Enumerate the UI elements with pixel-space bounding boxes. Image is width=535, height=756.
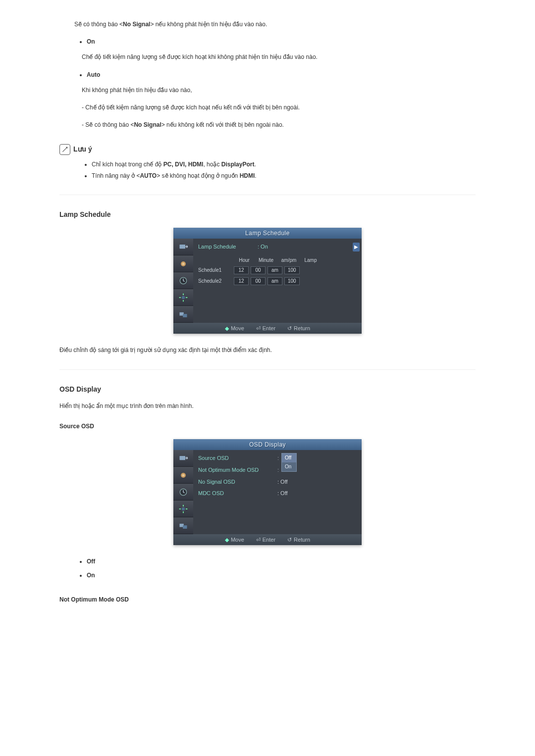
svg-rect-10 [183,314,187,317]
osd-display-panel: OSD Display Source OSD: Off On [173,439,362,545]
footer-enter: ⏎Enter [256,536,275,545]
label: No Signal OSD [198,478,277,487]
tab-multi-icon[interactable] [173,517,193,534]
svg-point-2 [182,262,185,265]
divider [59,369,476,370]
divider [59,195,476,195]
schedule2-label: Schedule2 [198,277,232,285]
label: MDC OSD [198,489,277,498]
lamp-headers: Hour Minute am/pm Lamp [234,256,357,264]
value: : Off [277,489,288,498]
text: , hoặc [203,161,221,168]
on-label: On [87,572,95,579]
row-not-optimum[interactable]: Not Optimum Mode OSD: [198,466,357,475]
label: Source OSD [198,454,277,463]
schedule2-hour[interactable]: 12 [234,277,249,285]
source-osd-on: On [87,571,476,580]
svg-point-4 [182,296,185,300]
schedule2-minute[interactable]: 00 [251,277,266,285]
source-osd-off: Off [87,557,476,566]
bullet-auto: Auto [87,70,476,80]
not-optimum-title: Not Optimum Mode OSD [59,595,476,605]
osd-footer: ◆Move ⏎Enter ↺Return [173,323,362,334]
tab-multi-icon[interactable] [173,306,193,323]
value: : Off [277,478,288,487]
row-no-signal[interactable]: No Signal OSD : Off [198,478,357,487]
hdr-lamp: Lamp [300,256,321,264]
schedule1-ampm[interactable]: am [268,266,282,274]
tab-picture-icon[interactable] [173,255,193,272]
text: . [255,172,256,179]
text: Sẽ có thông báo < [74,21,123,28]
svg-rect-11 [180,456,186,460]
text: Chỉ kích hoạt trong chế độ [92,161,163,168]
text: > nếu không phát hiện tín hiệu đầu vào n… [150,21,267,28]
svg-rect-21 [183,525,187,529]
footer-enter: ⏎Enter [256,324,275,333]
row-mdc-osd[interactable]: MDC OSD : Off [198,489,357,498]
auto-line1: Khi không phát hiện tín hiệu đầu vào nào… [82,86,476,95]
schedule1-lamp[interactable]: 100 [284,266,300,274]
lamp-schedule-osd: Lamp Schedule ▶ Lamp Schedule : On Hour … [173,228,362,334]
lamp-schedule-value: : On [258,243,268,252]
osd-display-desc: Hiển thị hoặc ẩn một mục trình đơn trên … [59,402,476,411]
footer-return: ↺Return [287,324,310,333]
tab-input-icon[interactable] [173,450,193,467]
svg-point-15 [182,507,185,511]
text: > sẽ không hoạt động ở nguồn [157,172,239,179]
lamp-desc: Điều chỉnh độ sáng tới giá trị người sử … [59,346,476,355]
osd-header: Lamp Schedule [173,228,362,239]
text: > nếu không kết nối với thiết bị bên ngo… [161,121,284,128]
hdr-hour: Hour [234,256,255,264]
row-source-osd[interactable]: Source OSD: Off On [198,454,357,463]
schedule1-hour[interactable]: 12 [234,266,249,274]
schedule1-row: Schedule1 12 00 am 100 [198,266,357,274]
schedule2-ampm[interactable]: am [268,277,282,285]
schedule2-lamp[interactable]: 100 [284,277,300,285]
note-header: Lưu ý [59,144,476,154]
osd-tabs [173,450,193,534]
off-label: Off [87,558,95,565]
no-signal-bold: No Signal [123,21,150,28]
on-desc: Chế độ tiết kiệm năng lượng sẽ được kích… [82,52,476,62]
tab-time-icon[interactable] [173,272,193,289]
on-label: On [87,38,95,45]
auto-label: Auto [87,71,100,78]
text-bold: PC, DVI, HDMI [163,161,204,168]
osd-footer: ◆Move ⏎Enter ↺Return [173,534,362,545]
source-osd-dropdown[interactable]: Off On [281,453,297,472]
text-bold: AUTO [140,172,157,179]
tab-input-icon[interactable] [173,239,193,255]
text-bold: HDMI [240,172,255,179]
svg-point-13 [182,474,185,476]
footer-move: ◆Move [225,536,244,545]
note-icon [59,144,70,155]
text-bold: DisplayPort [221,161,255,168]
footer-return: ↺Return [287,536,310,545]
osd-display-title: OSD Display [59,384,476,395]
schedule1-minute[interactable]: 00 [251,266,266,274]
text: Tính năng này ở < [92,172,140,179]
note-item-1: Chỉ kích hoạt trong chế độ PC, DVI, HDMI… [92,160,476,169]
auto-line2: - Chế độ tiết kiệm năng lượng sẽ được kí… [82,103,476,112]
lamp-schedule-label: Lamp Schedule [198,243,253,252]
note-label: Lưu ý [73,144,92,154]
tab-time-icon[interactable] [173,484,193,501]
bullet-on: On [87,37,476,47]
auto-line3: - Sẽ có thông báo <No Signal> nếu không … [82,120,476,130]
tab-setup-icon[interactable] [173,289,193,306]
no-signal-bold: No Signal [134,121,161,128]
schedule2-row: Schedule2 12 00 am 100 [198,277,357,285]
schedule1-label: Schedule1 [198,266,232,274]
lamp-schedule-title: Lamp Schedule [59,209,476,220]
osd-tabs [173,239,193,323]
source-osd-title: Source OSD [59,422,476,431]
note-item-2: Tính năng này ở <AUTO> sẽ không hoạt độn… [92,171,476,181]
hdr-ampm: am/pm [277,256,300,264]
osd-header: OSD Display [173,439,362,450]
option-on[interactable]: On [282,462,296,471]
tab-picture-icon[interactable] [173,467,193,484]
tab-setup-icon[interactable] [173,501,193,517]
option-off[interactable]: Off [282,454,296,462]
no-signal-intro: Sẽ có thông báo <No Signal> nếu không ph… [74,20,476,29]
